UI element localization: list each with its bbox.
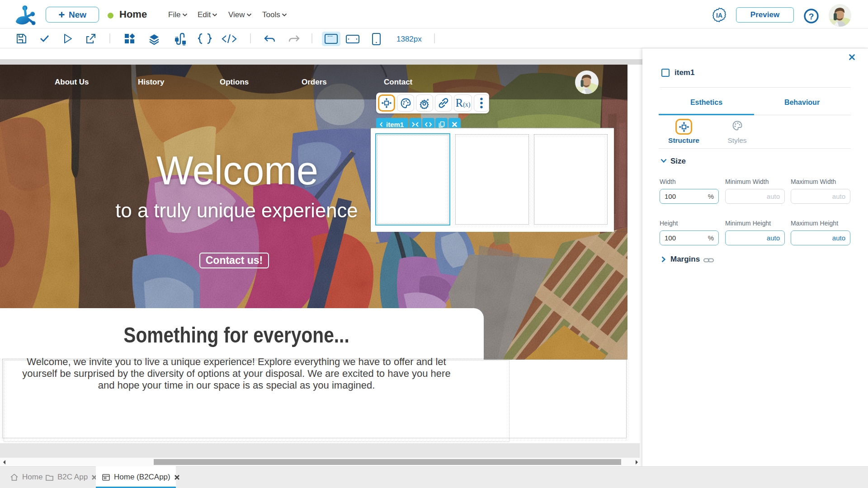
svg-text:IA: IA [716, 12, 722, 19]
svg-text:?: ? [809, 12, 814, 21]
svg-text:1382px: 1382px [396, 35, 422, 43]
